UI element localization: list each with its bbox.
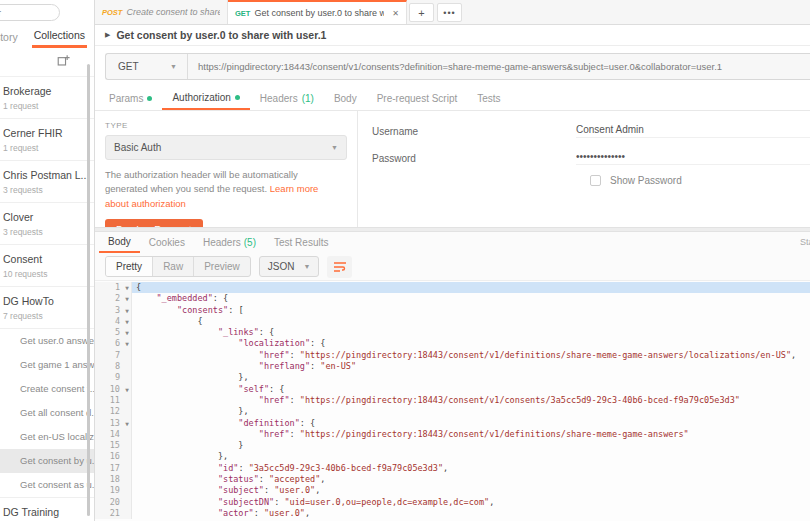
- code-line-content: "id": "3a5cc5d9-29c3-40b6-bced-f9a79c05e…: [132, 463, 810, 474]
- collection-item[interactable]: Cerner FHIR1 request: [0, 119, 94, 161]
- request-item[interactable]: Create consent t...: [0, 377, 94, 401]
- fold-toggle-icon[interactable]: ▼: [123, 327, 132, 338]
- request-item[interactable]: Get game 1 answ...: [0, 353, 94, 377]
- tab-strip: POSTCreate consent to share game ansGETG…: [95, 0, 810, 25]
- filter-input[interactable]: [0, 4, 60, 21]
- collection-request-count: 1 request: [3, 101, 92, 111]
- fold-toggle-icon: [123, 463, 132, 474]
- url-box: GET ▼ https://pingdirectory:18443/consen…: [105, 53, 810, 80]
- response-tabs: BodyCookiesHeaders(5)Test ResultsSta: [95, 232, 810, 253]
- code-line: 19 "subject": "user.0",: [95, 485, 810, 496]
- fold-toggle-icon[interactable]: ▼: [123, 305, 132, 316]
- collection-item[interactable]: DG Training13 requests: [0, 498, 94, 521]
- fold-toggle-icon: [123, 372, 132, 383]
- sidebar-scrollbar[interactable]: [87, 64, 90, 516]
- open-request-tab[interactable]: POSTCreate consent to share game ans: [95, 0, 228, 24]
- url-input[interactable]: https://pingdirectory:18443/consent/v1/c…: [188, 54, 810, 79]
- collection-item[interactable]: Chris Postman L...3 requests: [0, 161, 94, 203]
- response-tab-body[interactable]: Body: [99, 232, 140, 253]
- collection-name: Chris Postman L...: [3, 169, 92, 181]
- view-mode-switch: PrettyRawPreview: [105, 256, 251, 277]
- request-tab-label: Params: [109, 93, 143, 104]
- fold-toggle-icon[interactable]: ▼: [123, 384, 132, 395]
- wrap-lines-icon: [333, 261, 347, 273]
- fold-toggle-icon[interactable]: ▼: [123, 418, 132, 429]
- request-tab-params[interactable]: Params: [99, 87, 162, 110]
- sidebar-toolbar: [0, 48, 94, 77]
- close-tab-icon[interactable]: ✕: [388, 9, 399, 18]
- sidebar-tabs: History Collections: [0, 28, 94, 48]
- fold-toggle-icon[interactable]: ▼: [123, 316, 132, 327]
- code-line: 15 }: [95, 440, 810, 451]
- request-item[interactable]: Get all consent d...: [0, 401, 94, 425]
- code-line-content: "_embedded": {: [132, 293, 810, 304]
- request-section-tabs: ParamsAuthorizationHeaders(1)BodyPre-req…: [95, 87, 810, 111]
- username-field[interactable]: Consent Admin: [576, 124, 810, 138]
- show-password-checkbox[interactable]: [590, 175, 601, 186]
- response-tab-label: Cookies: [149, 237, 185, 248]
- auth-help-text: The authorization header will be automat…: [105, 168, 343, 211]
- collection-item[interactable]: DG HowTo7 requests: [0, 287, 94, 329]
- method-label: GET: [118, 61, 139, 72]
- line-number: 7: [95, 350, 123, 361]
- method-select[interactable]: GET ▼: [106, 54, 188, 79]
- fold-toggle-icon[interactable]: ▼: [123, 293, 132, 304]
- collection-request-count: 7 requests: [3, 311, 92, 321]
- tab-method-label: POST: [102, 8, 122, 17]
- line-number: 9: [95, 372, 123, 383]
- url-row: GET ▼ https://pingdirectory:18443/consen…: [95, 46, 810, 87]
- response-tab-test-results[interactable]: Test Results: [265, 232, 337, 253]
- code-line-content: "status": "accepted",: [132, 474, 810, 485]
- request-item[interactable]: Get user.0 answe...: [0, 329, 94, 353]
- request-tab-pre-request-script[interactable]: Pre-request Script: [367, 87, 468, 110]
- code-line: 20 "subjectDN": "uid=user.0,ou=people,dc…: [95, 497, 810, 508]
- request-tab-tests[interactable]: Tests: [467, 87, 510, 110]
- code-line-content: },: [132, 406, 810, 417]
- response-view-bar: PrettyRawPreview JSON ▼: [95, 253, 810, 281]
- new-collection-icon[interactable]: [57, 53, 70, 71]
- request-tab-label: Pre-request Script: [377, 93, 458, 104]
- response-tab-cookies[interactable]: Cookies: [140, 232, 194, 253]
- response-tab-label: Body: [108, 236, 131, 247]
- request-tab-headers[interactable]: Headers(1): [250, 87, 324, 110]
- fold-toggle-icon[interactable]: ▼: [123, 282, 132, 293]
- open-request-tab[interactable]: GETGet consent by user.0 to share w✕: [228, 0, 407, 24]
- response-tab-headers[interactable]: Headers(5): [194, 232, 265, 253]
- main-panel: POSTCreate consent to share game ansGETG…: [95, 0, 810, 521]
- tab-options-button[interactable]: •••: [437, 3, 462, 22]
- format-select[interactable]: JSON ▼: [259, 256, 320, 277]
- line-number: 6: [95, 338, 123, 349]
- collection-item[interactable]: Consent10 requests: [0, 245, 94, 287]
- request-tab-authorization[interactable]: Authorization: [162, 87, 249, 110]
- collapse-caret-icon[interactable]: ▶: [105, 31, 110, 39]
- line-number: 13: [95, 418, 123, 429]
- request-item[interactable]: Get en-US localiz...: [0, 425, 94, 449]
- tab-collections[interactable]: Collections: [32, 29, 87, 48]
- line-number: 5: [95, 327, 123, 338]
- code-line-content: }: [132, 440, 810, 451]
- code-line-content: },: [132, 451, 810, 462]
- view-mode-raw[interactable]: Raw: [153, 257, 194, 276]
- fold-toggle-icon[interactable]: ▼: [123, 338, 132, 349]
- response-body-editor[interactable]: 1▼{2▼ "_embedded": {3▼ "consents": [4▼ {…: [95, 281, 810, 521]
- code-line: 6▼ "localization": {: [95, 338, 810, 349]
- code-line: 12 },: [95, 406, 810, 417]
- view-mode-pretty[interactable]: Pretty: [106, 257, 153, 276]
- chevron-down-icon: ▼: [170, 63, 177, 70]
- collection-item[interactable]: Brokerage1 request: [0, 77, 94, 119]
- green-dot-icon: [235, 95, 240, 100]
- password-field[interactable]: ••••••••••••••: [576, 151, 810, 165]
- collection-item[interactable]: Clover3 requests: [0, 203, 94, 245]
- auth-type-select[interactable]: Basic Auth ▼: [105, 135, 347, 160]
- code-line-content: },: [132, 372, 810, 383]
- line-number: 4: [95, 316, 123, 327]
- tab-history[interactable]: History: [0, 31, 18, 48]
- request-item[interactable]: Get consent by u...: [0, 449, 94, 473]
- request-item[interactable]: Get consent as u...: [0, 473, 94, 497]
- request-tab-body[interactable]: Body: [324, 87, 367, 110]
- wrap-lines-button[interactable]: [327, 256, 352, 278]
- view-mode-preview[interactable]: Preview: [194, 257, 250, 276]
- new-tab-button[interactable]: +: [409, 3, 434, 22]
- collection-request-count: 3 requests: [3, 185, 92, 195]
- line-number: 11: [95, 395, 123, 406]
